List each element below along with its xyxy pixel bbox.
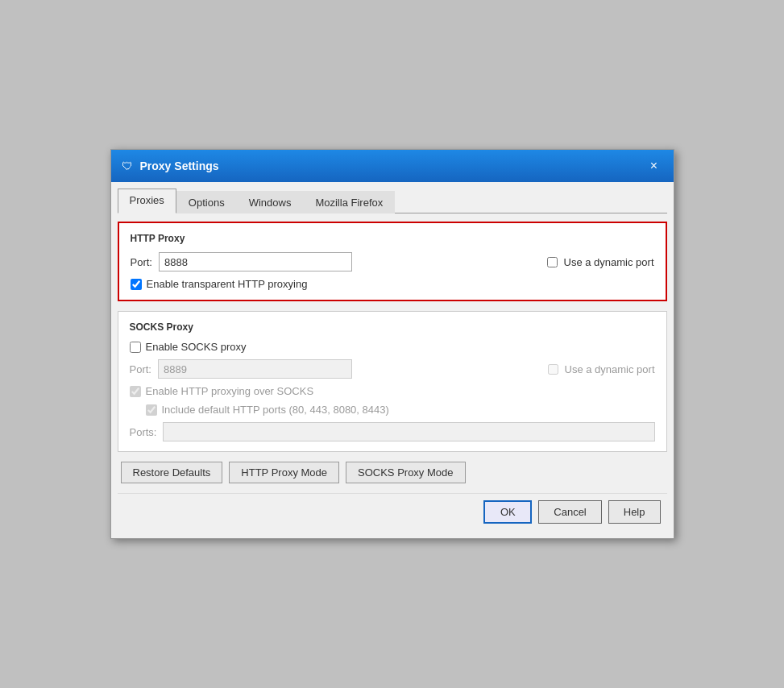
http-port-label: Port: [131, 256, 152, 268]
socks-use-dynamic-port-label: Use a dynamic port [565, 363, 655, 375]
tab-bar: Proxies Options Windows Mozilla Firefox [118, 189, 667, 213]
http-transparent-checkbox[interactable] [131, 279, 142, 290]
dialog-icon: 🛡 [121, 160, 134, 172]
http-port-input[interactable] [159, 252, 352, 271]
http-transparent-label[interactable]: Enable transparent HTTP proxying [147, 278, 308, 290]
http-transparent-row: Enable transparent HTTP proxying [131, 278, 654, 290]
include-default-ports-row: Include default HTTP ports (80, 443, 808… [146, 404, 655, 416]
socks-use-dynamic-port-checkbox[interactable] [548, 364, 558, 375]
http-proxy-mode-button[interactable]: HTTP Proxy Mode [229, 462, 339, 483]
enable-socks-checkbox[interactable] [130, 342, 141, 353]
http-over-socks-checkbox[interactable] [130, 386, 141, 397]
close-button[interactable]: × [645, 156, 664, 176]
tab-proxies[interactable]: Proxies [118, 189, 176, 213]
http-use-dynamic-port-checkbox[interactable] [547, 257, 558, 267]
dialog-title: Proxy Settings [140, 160, 219, 172]
title-bar: 🛡 Proxy Settings × [111, 150, 674, 182]
http-over-socks-row: Enable HTTP proxying over SOCKS [130, 385, 655, 397]
http-over-socks-label: Enable HTTP proxying over SOCKS [146, 385, 314, 397]
socks-ports-label: Ports: [130, 426, 157, 438]
include-default-ports-label: Include default HTTP ports (80, 443, 808… [162, 404, 389, 416]
socks-port-row: Port: Use a dynamic port [130, 359, 655, 379]
tab-options[interactable]: Options [176, 191, 237, 213]
title-bar-left: 🛡 Proxy Settings [121, 160, 219, 172]
tab-mozilla-firefox[interactable]: Mozilla Firefox [303, 191, 395, 213]
http-proxy-section: HTTP Proxy Port: Use a dynamic port Enab… [118, 222, 667, 301]
proxy-settings-dialog: 🛡 Proxy Settings × Proxies Options Windo… [110, 149, 674, 539]
socks-proxy-mode-button[interactable]: SOCKS Proxy Mode [346, 462, 466, 483]
socks-port-label: Port: [130, 363, 151, 375]
socks-ports-row: Ports: [130, 422, 655, 441]
cancel-button[interactable]: Cancel [538, 500, 601, 524]
dialog-body: Proxies Options Windows Mozilla Firefox … [111, 182, 674, 538]
dialog-footer: OK Cancel Help [118, 493, 667, 532]
enable-socks-row: Enable SOCKS proxy [130, 341, 655, 353]
http-use-dynamic-port-label: Use a dynamic port [564, 256, 654, 268]
http-proxy-title: HTTP Proxy [131, 233, 654, 244]
socks-port-input[interactable] [158, 359, 352, 379]
socks-proxy-title: SOCKS Proxy [130, 321, 655, 333]
enable-socks-label[interactable]: Enable SOCKS proxy [146, 341, 247, 353]
restore-defaults-button[interactable]: Restore Defaults [121, 462, 223, 483]
socks-proxy-section: SOCKS Proxy Enable SOCKS proxy Port: Use… [118, 311, 667, 452]
action-buttons-row: Restore Defaults HTTP Proxy Mode SOCKS P… [118, 462, 667, 483]
ok-button[interactable]: OK [483, 500, 532, 524]
http-port-row: Port: Use a dynamic port [131, 252, 654, 271]
socks-ports-input[interactable] [163, 422, 654, 441]
tab-windows[interactable]: Windows [237, 191, 304, 213]
include-default-ports-checkbox[interactable] [146, 404, 157, 416]
help-button[interactable]: Help [608, 500, 661, 524]
